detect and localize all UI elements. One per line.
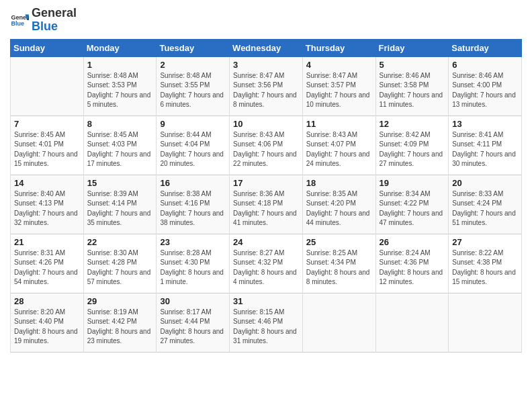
sunrise-label: Sunrise: 8:19 AM (87, 308, 138, 316)
sunset-label: Sunset: 4:07 PM (306, 140, 356, 148)
sunset-label: Sunset: 4:42 PM (87, 318, 137, 325)
calendar-cell: 22 Sunrise: 8:30 AM Sunset: 4:28 PM Dayl… (83, 234, 157, 293)
day-number: 27 (452, 237, 518, 247)
col-thursday: Thursday (302, 39, 375, 56)
calendar-cell: 21 Sunrise: 8:31 AM Sunset: 4:26 PM Dayl… (11, 234, 84, 293)
day-info: Sunrise: 8:46 AM Sunset: 3:58 PM Dayligh… (380, 71, 445, 110)
sunrise-label: Sunrise: 8:45 AM (87, 131, 138, 138)
daylight-label: Daylight: 7 hours and 17 minutes. (87, 150, 151, 168)
day-info: Sunrise: 8:34 AM Sunset: 4:22 PM Dayligh… (380, 189, 445, 228)
svg-text:Blue: Blue (11, 20, 24, 27)
day-info: Sunrise: 8:22 AM Sunset: 4:38 PM Dayligh… (452, 248, 518, 287)
sunset-label: Sunset: 4:46 PM (233, 318, 283, 325)
calendar-cell: 13 Sunrise: 8:41 AM Sunset: 4:11 PM Dayl… (449, 116, 522, 175)
sunrise-label: Sunrise: 8:35 AM (306, 190, 357, 197)
day-info: Sunrise: 8:40 AM Sunset: 4:13 PM Dayligh… (14, 189, 80, 228)
daylight-label: Daylight: 8 hours and 15 minutes. (452, 269, 516, 286)
calendar-cell: 28 Sunrise: 8:20 AM Sunset: 4:40 PM Dayl… (11, 293, 84, 352)
day-number: 28 (14, 296, 80, 306)
sunset-label: Sunset: 4:01 PM (14, 140, 64, 148)
sunrise-label: Sunrise: 8:34 AM (380, 190, 431, 197)
calendar-cell: 24 Sunrise: 8:27 AM Sunset: 4:32 PM Dayl… (230, 234, 303, 293)
sunset-label: Sunset: 4:44 PM (160, 318, 210, 325)
sunset-label: Sunset: 4:36 PM (380, 259, 429, 266)
calendar-cell: 1 Sunrise: 8:48 AM Sunset: 3:53 PM Dayli… (83, 56, 157, 116)
daylight-label: Daylight: 7 hours and 6 minutes. (160, 91, 224, 109)
day-info: Sunrise: 8:35 AM Sunset: 4:20 PM Dayligh… (306, 189, 372, 228)
calendar-cell: 3 Sunrise: 8:47 AM Sunset: 3:56 PM Dayli… (230, 56, 303, 116)
daylight-label: Daylight: 8 hours and 23 minutes. (87, 328, 151, 345)
daylight-label: Daylight: 7 hours and 32 minutes. (14, 210, 78, 227)
daylight-label: Daylight: 7 hours and 54 minutes. (14, 269, 78, 286)
col-wednesday: Wednesday (230, 39, 303, 56)
logo-text: General Blue (32, 7, 77, 34)
calendar-cell: 9 Sunrise: 8:44 AM Sunset: 4:04 PM Dayli… (157, 116, 230, 175)
calendar-cell (449, 293, 522, 352)
sunset-label: Sunset: 4:28 PM (87, 259, 137, 266)
daylight-label: Daylight: 7 hours and 30 minutes. (452, 150, 516, 168)
calendar-cell: 5 Sunrise: 8:46 AM Sunset: 3:58 PM Dayli… (375, 56, 449, 116)
calendar-cell: 25 Sunrise: 8:25 AM Sunset: 4:34 PM Dayl… (302, 234, 375, 293)
day-info: Sunrise: 8:39 AM Sunset: 4:14 PM Dayligh… (87, 189, 153, 228)
calendar-cell: 14 Sunrise: 8:40 AM Sunset: 4:13 PM Dayl… (11, 175, 84, 234)
calendar-cell: 17 Sunrise: 8:36 AM Sunset: 4:18 PM Dayl… (230, 175, 303, 234)
day-number: 24 (233, 237, 299, 247)
calendar-cell (302, 293, 375, 352)
calendar-week-row: 1 Sunrise: 8:48 AM Sunset: 3:53 PM Dayli… (11, 56, 522, 116)
sunset-label: Sunset: 4:34 PM (306, 259, 356, 266)
sunrise-label: Sunrise: 8:41 AM (452, 131, 503, 138)
sunrise-label: Sunrise: 8:43 AM (306, 131, 357, 138)
sunrise-label: Sunrise: 8:46 AM (452, 72, 503, 79)
calendar-cell (11, 56, 84, 116)
logo-icon: General Blue (10, 11, 29, 30)
sunset-label: Sunset: 4:04 PM (160, 140, 210, 148)
day-info: Sunrise: 8:45 AM Sunset: 4:01 PM Dayligh… (14, 130, 80, 169)
sunrise-label: Sunrise: 8:36 AM (233, 190, 284, 197)
sunrise-label: Sunrise: 8:22 AM (452, 249, 503, 257)
calendar-cell: 30 Sunrise: 8:17 AM Sunset: 4:44 PM Dayl… (157, 293, 230, 352)
day-number: 23 (160, 237, 226, 247)
sunrise-label: Sunrise: 8:15 AM (233, 308, 284, 316)
calendar-cell: 16 Sunrise: 8:38 AM Sunset: 4:16 PM Dayl… (157, 175, 230, 234)
daylight-label: Daylight: 7 hours and 13 minutes. (452, 91, 516, 109)
day-number: 11 (306, 119, 372, 129)
calendar-cell: 29 Sunrise: 8:19 AM Sunset: 4:42 PM Dayl… (83, 293, 157, 352)
calendar-table: Sunday Monday Tuesday Wednesday Thursday… (10, 39, 522, 353)
day-number: 2 (160, 60, 226, 70)
day-number: 25 (306, 237, 372, 247)
daylight-label: Daylight: 7 hours and 20 minutes. (160, 150, 224, 168)
day-number: 14 (14, 178, 80, 188)
calendar-cell: 15 Sunrise: 8:39 AM Sunset: 4:14 PM Dayl… (83, 175, 157, 234)
daylight-label: Daylight: 7 hours and 47 minutes. (380, 210, 443, 227)
sunrise-label: Sunrise: 8:44 AM (160, 131, 211, 138)
day-number: 7 (14, 119, 80, 129)
day-number: 19 (380, 178, 445, 188)
sunrise-label: Sunrise: 8:45 AM (14, 131, 65, 138)
sunset-label: Sunset: 4:09 PM (380, 140, 429, 148)
day-number: 15 (87, 178, 153, 188)
daylight-label: Daylight: 7 hours and 51 minutes. (452, 210, 516, 227)
day-number: 18 (306, 178, 372, 188)
sunset-label: Sunset: 3:57 PM (306, 81, 356, 89)
sunrise-label: Sunrise: 8:39 AM (87, 190, 138, 197)
calendar-cell: 6 Sunrise: 8:46 AM Sunset: 4:00 PM Dayli… (449, 56, 522, 116)
day-info: Sunrise: 8:45 AM Sunset: 4:03 PM Dayligh… (87, 130, 153, 169)
day-number: 5 (380, 60, 445, 70)
day-info: Sunrise: 8:38 AM Sunset: 4:16 PM Dayligh… (160, 189, 226, 228)
sunset-label: Sunset: 4:16 PM (160, 199, 210, 207)
calendar-week-row: 7 Sunrise: 8:45 AM Sunset: 4:01 PM Dayli… (11, 116, 522, 175)
sunset-label: Sunset: 4:14 PM (87, 199, 137, 207)
sunset-label: Sunset: 4:26 PM (14, 259, 64, 266)
daylight-label: Daylight: 7 hours and 5 minutes. (87, 91, 151, 109)
day-info: Sunrise: 8:20 AM Sunset: 4:40 PM Dayligh… (14, 308, 80, 347)
day-info: Sunrise: 8:48 AM Sunset: 3:55 PM Dayligh… (160, 71, 226, 110)
calendar-cell: 20 Sunrise: 8:33 AM Sunset: 4:24 PM Dayl… (449, 175, 522, 234)
col-tuesday: Tuesday (157, 39, 230, 56)
sunrise-label: Sunrise: 8:17 AM (160, 308, 211, 316)
day-info: Sunrise: 8:28 AM Sunset: 4:30 PM Dayligh… (160, 248, 226, 287)
day-number: 4 (306, 60, 372, 70)
day-info: Sunrise: 8:30 AM Sunset: 4:28 PM Dayligh… (87, 248, 153, 287)
calendar-cell: 8 Sunrise: 8:45 AM Sunset: 4:03 PM Dayli… (83, 116, 157, 175)
day-info: Sunrise: 8:15 AM Sunset: 4:46 PM Dayligh… (233, 308, 299, 347)
calendar-cell: 2 Sunrise: 8:48 AM Sunset: 3:55 PM Dayli… (157, 56, 230, 116)
